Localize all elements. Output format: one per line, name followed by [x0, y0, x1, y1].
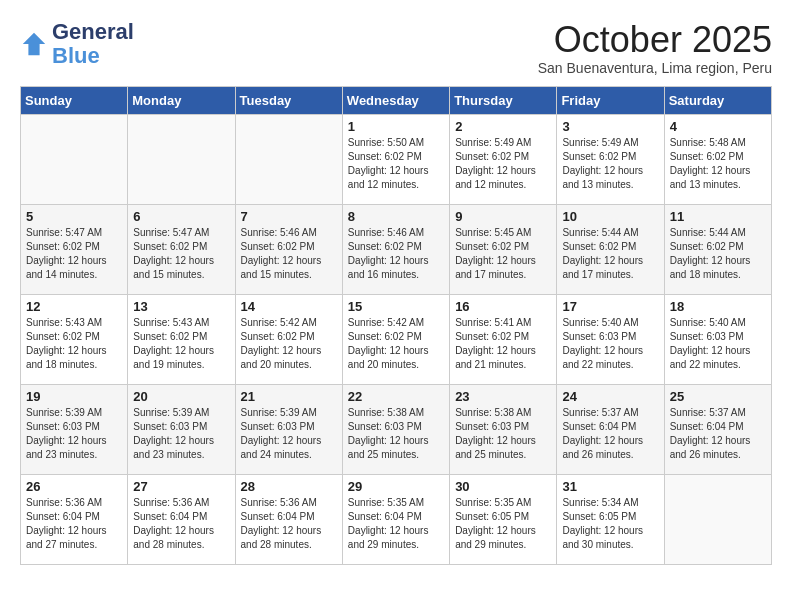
- day-info: Sunrise: 5:50 AMSunset: 6:02 PMDaylight:…: [348, 136, 444, 192]
- day-number: 6: [133, 209, 229, 224]
- calendar-cell: 26Sunrise: 5:36 AMSunset: 6:04 PMDayligh…: [21, 474, 128, 564]
- calendar-cell: 25Sunrise: 5:37 AMSunset: 6:04 PMDayligh…: [664, 384, 771, 474]
- day-info: Sunrise: 5:45 AMSunset: 6:02 PMDaylight:…: [455, 226, 551, 282]
- calendar-cell: 7Sunrise: 5:46 AMSunset: 6:02 PMDaylight…: [235, 204, 342, 294]
- week-row-2: 5Sunrise: 5:47 AMSunset: 6:02 PMDaylight…: [21, 204, 772, 294]
- day-number: 22: [348, 389, 444, 404]
- calendar-cell: 14Sunrise: 5:42 AMSunset: 6:02 PMDayligh…: [235, 294, 342, 384]
- day-info: Sunrise: 5:43 AMSunset: 6:02 PMDaylight:…: [133, 316, 229, 372]
- calendar-cell: 13Sunrise: 5:43 AMSunset: 6:02 PMDayligh…: [128, 294, 235, 384]
- day-number: 25: [670, 389, 766, 404]
- day-number: 23: [455, 389, 551, 404]
- day-info: Sunrise: 5:37 AMSunset: 6:04 PMDaylight:…: [562, 406, 658, 462]
- day-number: 29: [348, 479, 444, 494]
- day-number: 31: [562, 479, 658, 494]
- day-number: 19: [26, 389, 122, 404]
- week-row-3: 12Sunrise: 5:43 AMSunset: 6:02 PMDayligh…: [21, 294, 772, 384]
- day-info: Sunrise: 5:39 AMSunset: 6:03 PMDaylight:…: [133, 406, 229, 462]
- calendar-cell: 16Sunrise: 5:41 AMSunset: 6:02 PMDayligh…: [450, 294, 557, 384]
- day-info: Sunrise: 5:43 AMSunset: 6:02 PMDaylight:…: [26, 316, 122, 372]
- day-info: Sunrise: 5:37 AMSunset: 6:04 PMDaylight:…: [670, 406, 766, 462]
- day-number: 3: [562, 119, 658, 134]
- calendar-cell: 24Sunrise: 5:37 AMSunset: 6:04 PMDayligh…: [557, 384, 664, 474]
- day-info: Sunrise: 5:44 AMSunset: 6:02 PMDaylight:…: [562, 226, 658, 282]
- day-info: Sunrise: 5:46 AMSunset: 6:02 PMDaylight:…: [348, 226, 444, 282]
- calendar-cell: 11Sunrise: 5:44 AMSunset: 6:02 PMDayligh…: [664, 204, 771, 294]
- day-info: Sunrise: 5:48 AMSunset: 6:02 PMDaylight:…: [670, 136, 766, 192]
- calendar-cell: 31Sunrise: 5:34 AMSunset: 6:05 PMDayligh…: [557, 474, 664, 564]
- weekday-header-sunday: Sunday: [21, 86, 128, 114]
- calendar-cell: 17Sunrise: 5:40 AMSunset: 6:03 PMDayligh…: [557, 294, 664, 384]
- svg-marker-0: [23, 33, 45, 55]
- day-number: 10: [562, 209, 658, 224]
- calendar-cell: 15Sunrise: 5:42 AMSunset: 6:02 PMDayligh…: [342, 294, 449, 384]
- logo: General Blue: [20, 20, 134, 68]
- day-number: 27: [133, 479, 229, 494]
- day-info: Sunrise: 5:40 AMSunset: 6:03 PMDaylight:…: [670, 316, 766, 372]
- calendar-cell: 28Sunrise: 5:36 AMSunset: 6:04 PMDayligh…: [235, 474, 342, 564]
- day-info: Sunrise: 5:44 AMSunset: 6:02 PMDaylight:…: [670, 226, 766, 282]
- calendar-cell: 6Sunrise: 5:47 AMSunset: 6:02 PMDaylight…: [128, 204, 235, 294]
- calendar-cell: 1Sunrise: 5:50 AMSunset: 6:02 PMDaylight…: [342, 114, 449, 204]
- week-row-4: 19Sunrise: 5:39 AMSunset: 6:03 PMDayligh…: [21, 384, 772, 474]
- day-number: 17: [562, 299, 658, 314]
- day-number: 30: [455, 479, 551, 494]
- calendar-cell: 2Sunrise: 5:49 AMSunset: 6:02 PMDaylight…: [450, 114, 557, 204]
- weekday-header-wednesday: Wednesday: [342, 86, 449, 114]
- calendar-cell: 12Sunrise: 5:43 AMSunset: 6:02 PMDayligh…: [21, 294, 128, 384]
- location-subtitle: San Buenaventura, Lima region, Peru: [538, 60, 772, 76]
- day-number: 16: [455, 299, 551, 314]
- calendar-cell: 19Sunrise: 5:39 AMSunset: 6:03 PMDayligh…: [21, 384, 128, 474]
- day-info: Sunrise: 5:47 AMSunset: 6:02 PMDaylight:…: [133, 226, 229, 282]
- day-info: Sunrise: 5:46 AMSunset: 6:02 PMDaylight:…: [241, 226, 337, 282]
- day-number: 11: [670, 209, 766, 224]
- title-area: October 2025 San Buenaventura, Lima regi…: [538, 20, 772, 76]
- calendar-table: SundayMondayTuesdayWednesdayThursdayFrid…: [20, 86, 772, 565]
- day-number: 20: [133, 389, 229, 404]
- weekday-header-saturday: Saturday: [664, 86, 771, 114]
- calendar-cell: 3Sunrise: 5:49 AMSunset: 6:02 PMDaylight…: [557, 114, 664, 204]
- calendar-cell: [128, 114, 235, 204]
- month-title: October 2025: [538, 20, 772, 60]
- day-info: Sunrise: 5:41 AMSunset: 6:02 PMDaylight:…: [455, 316, 551, 372]
- day-number: 2: [455, 119, 551, 134]
- day-info: Sunrise: 5:49 AMSunset: 6:02 PMDaylight:…: [455, 136, 551, 192]
- weekday-header-tuesday: Tuesday: [235, 86, 342, 114]
- week-row-5: 26Sunrise: 5:36 AMSunset: 6:04 PMDayligh…: [21, 474, 772, 564]
- day-number: 8: [348, 209, 444, 224]
- day-info: Sunrise: 5:42 AMSunset: 6:02 PMDaylight:…: [241, 316, 337, 372]
- day-info: Sunrise: 5:38 AMSunset: 6:03 PMDaylight:…: [455, 406, 551, 462]
- day-number: 7: [241, 209, 337, 224]
- logo-icon: [20, 30, 48, 58]
- day-number: 18: [670, 299, 766, 314]
- calendar-cell: 23Sunrise: 5:38 AMSunset: 6:03 PMDayligh…: [450, 384, 557, 474]
- weekday-header-thursday: Thursday: [450, 86, 557, 114]
- day-info: Sunrise: 5:40 AMSunset: 6:03 PMDaylight:…: [562, 316, 658, 372]
- calendar-cell: 10Sunrise: 5:44 AMSunset: 6:02 PMDayligh…: [557, 204, 664, 294]
- calendar-cell: 29Sunrise: 5:35 AMSunset: 6:04 PMDayligh…: [342, 474, 449, 564]
- calendar-cell: 27Sunrise: 5:36 AMSunset: 6:04 PMDayligh…: [128, 474, 235, 564]
- weekday-header-monday: Monday: [128, 86, 235, 114]
- day-info: Sunrise: 5:39 AMSunset: 6:03 PMDaylight:…: [241, 406, 337, 462]
- week-row-1: 1Sunrise: 5:50 AMSunset: 6:02 PMDaylight…: [21, 114, 772, 204]
- calendar-cell: 30Sunrise: 5:35 AMSunset: 6:05 PMDayligh…: [450, 474, 557, 564]
- day-info: Sunrise: 5:34 AMSunset: 6:05 PMDaylight:…: [562, 496, 658, 552]
- day-info: Sunrise: 5:42 AMSunset: 6:02 PMDaylight:…: [348, 316, 444, 372]
- day-number: 21: [241, 389, 337, 404]
- day-number: 14: [241, 299, 337, 314]
- calendar-cell: [664, 474, 771, 564]
- day-number: 13: [133, 299, 229, 314]
- calendar-header-row: SundayMondayTuesdayWednesdayThursdayFrid…: [21, 86, 772, 114]
- day-info: Sunrise: 5:35 AMSunset: 6:05 PMDaylight:…: [455, 496, 551, 552]
- day-info: Sunrise: 5:47 AMSunset: 6:02 PMDaylight:…: [26, 226, 122, 282]
- calendar-cell: 18Sunrise: 5:40 AMSunset: 6:03 PMDayligh…: [664, 294, 771, 384]
- day-number: 4: [670, 119, 766, 134]
- day-number: 26: [26, 479, 122, 494]
- day-info: Sunrise: 5:39 AMSunset: 6:03 PMDaylight:…: [26, 406, 122, 462]
- calendar-cell: 21Sunrise: 5:39 AMSunset: 6:03 PMDayligh…: [235, 384, 342, 474]
- day-number: 28: [241, 479, 337, 494]
- calendar-cell: 4Sunrise: 5:48 AMSunset: 6:02 PMDaylight…: [664, 114, 771, 204]
- calendar-body: 1Sunrise: 5:50 AMSunset: 6:02 PMDaylight…: [21, 114, 772, 564]
- day-number: 24: [562, 389, 658, 404]
- day-number: 1: [348, 119, 444, 134]
